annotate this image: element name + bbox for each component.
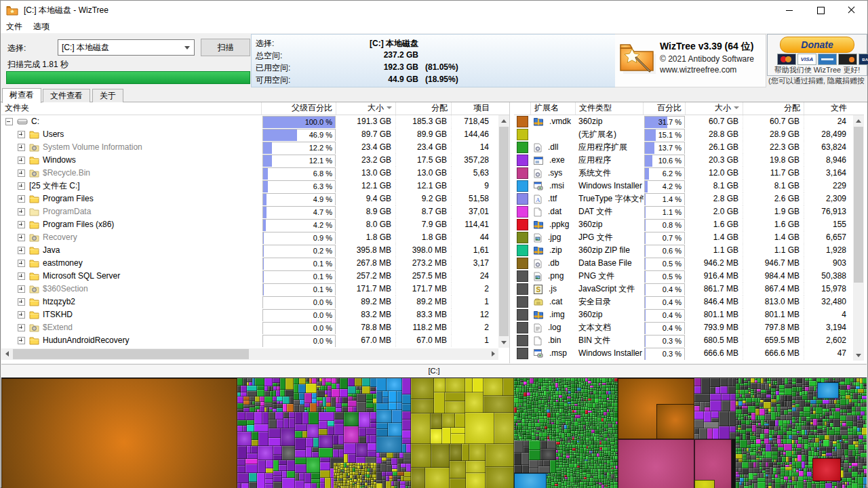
expand-icon[interactable] <box>18 260 25 267</box>
scrollbar-thumb[interactable] <box>499 127 509 336</box>
extension-row[interactable]: .mspWindows Installer0.3 %666.6 MB666.6 … <box>514 347 850 360</box>
extension-row[interactable]: A.ttfTrueType 字体文件1.4 %2.8 GB2.6 GB2,309 <box>514 192 850 205</box>
folder-row[interactable]: htzqzyb20.0 %89.2 MB89.2 MB1 <box>1 296 493 308</box>
col-items[interactable]: 项目 <box>452 102 493 115</box>
extension-vertical-scrollbar[interactable] <box>853 115 864 361</box>
extension-row[interactable]: .vmdk360zip31.7 %60.7 GB60.7 GB24 <box>514 115 850 128</box>
expand-icon[interactable] <box>18 285 25 293</box>
treemap-color-cell <box>514 141 531 154</box>
scroll-up-button[interactable] <box>853 115 864 126</box>
expand-icon[interactable] <box>18 131 25 138</box>
minimize-button[interactable] <box>774 1 805 20</box>
col-size[interactable]: 大小 <box>336 102 396 115</box>
extension-row[interactable]: .msiWindows Installer4.2 %8.1 GB8.1 GB22… <box>514 180 850 192</box>
folder-row[interactable]: System Volume Information12.2 %23.4 GB23… <box>1 141 493 154</box>
menu-bar: 文件 选项 <box>1 20 867 34</box>
expand-icon[interactable] <box>18 337 25 344</box>
menu-options[interactable]: 选项 <box>28 20 55 34</box>
folder-row[interactable]: HudunAndroidRecovery0.0 %67.0 MB67.0 MB1 <box>1 334 493 347</box>
extension-row[interactable]: S.jsJavaScript 文件0.4 %861.7 MB867.4 MB15… <box>514 283 850 296</box>
extension-row[interactable]: .exe应用程序10.6 %20.3 GB19.8 GB8,946 <box>514 154 850 167</box>
expand-icon[interactable] <box>18 221 25 228</box>
extension-row[interactable]: .binBIN 文件0.3 %680.5 MB659.5 MB2,602 <box>514 334 850 347</box>
expand-icon[interactable] <box>18 157 25 164</box>
menu-file[interactable]: 文件 <box>1 20 28 34</box>
folder-row[interactable]: eastmoney0.1 %267.8 MB273.2 MB3,17 <box>1 257 493 270</box>
extension-row[interactable]: .cat安全目录0.4 %846.4 MB813.0 MB32,480 <box>514 296 850 308</box>
color-swatch <box>517 142 528 153</box>
folder-row[interactable]: Microsoft SQL Server0.1 %257.2 MB257.5 M… <box>1 270 493 283</box>
close-button[interactable] <box>836 1 867 20</box>
scrollbar-thumb[interactable] <box>854 127 863 283</box>
extension-label: .log <box>548 321 561 334</box>
extension-row[interactable]: (无扩展名)15.1 %28.8 GB28.9 GB28,499 <box>514 128 850 141</box>
col-percent[interactable]: 百分比 <box>644 102 686 115</box>
folder-vertical-scrollbar[interactable] <box>498 115 509 348</box>
folder-row[interactable]: ProgramData4.7 %8.9 GB8.7 GB37,01 <box>1 205 493 218</box>
tab-file-view[interactable]: 文件查看 <box>43 89 90 102</box>
collapse-icon[interactable] <box>5 118 13 125</box>
expand-icon[interactable] <box>18 144 25 151</box>
col-files[interactable]: 文件 <box>804 102 850 115</box>
folder-horizontal-scrollbar[interactable] <box>1 348 498 360</box>
extension-row[interactable]: .jpgJPG 文件0.7 %1.4 GB1.4 GB6,657 <box>514 231 850 244</box>
col-ext-size[interactable]: 大小 <box>686 102 743 115</box>
folder-row[interactable]: Users46.9 %89.7 GB89.9 GB144,46 <box>1 128 493 141</box>
expand-icon[interactable] <box>18 247 25 254</box>
extension-row[interactable]: .img360zip0.4 %801.1 MB801.1 MB4 <box>514 308 850 321</box>
disk-summary-panel: 选择: [C:] 本地磁盘 总空间: 237.2 GB 已用空间: 192.3 … <box>251 34 616 87</box>
treemap-canvas[interactable] <box>1 378 867 488</box>
extension-row[interactable]: .dbData Base File0.5 %946.2 MB946.7 MB90… <box>514 257 850 270</box>
scroll-left-button[interactable] <box>1 348 12 359</box>
folder-row[interactable]: $360Section0.1 %171.7 MB171.7 MB2 <box>1 283 493 296</box>
folder-row[interactable]: ITSKHD0.0 %83.2 MB83.3 MB12 <box>1 308 493 321</box>
scroll-down-button[interactable] <box>498 337 509 348</box>
folder-row[interactable]: [25 文件在 C:]6.3 %12.1 GB12.1 GB9 <box>1 180 493 192</box>
expand-icon[interactable] <box>18 169 25 177</box>
tab-about[interactable]: 关于 <box>92 89 123 102</box>
extension-row[interactable]: .log文本文档0.4 %793.9 MB797.8 MB3,194 <box>514 321 850 334</box>
extension-row[interactable]: .pngPNG 文件0.5 %916.4 MB984.4 MB50,388 <box>514 270 850 283</box>
extension-row[interactable]: .zip360zip ZIP file0.6 %1.1 GB1.1 GB1,92… <box>514 244 850 257</box>
extension-row[interactable]: .datDAT 文件1.1 %2.0 GB1.9 GB76,913 <box>514 205 850 218</box>
col-filetype[interactable]: 文件类型 <box>576 102 644 115</box>
expand-icon[interactable] <box>18 208 25 216</box>
scroll-right-button[interactable] <box>488 348 498 359</box>
expand-icon[interactable] <box>18 272 25 280</box>
alloc-cell: 8.1 GB <box>743 180 804 192</box>
maximize-button[interactable] <box>805 1 836 20</box>
scrollbar-thumb[interactable] <box>13 349 249 359</box>
folder-row[interactable]: Recovery0.9 %1.8 GB1.8 GB44 <box>1 231 493 244</box>
tab-tree-view[interactable]: 树查看 <box>2 88 41 103</box>
alloc-cell: 7.9 GB <box>396 218 452 231</box>
folder-row[interactable]: Windows12.1 %23.2 GB17.5 GB357,28 <box>1 154 493 167</box>
folder-row[interactable]: $Recycle.Bin6.8 %13.0 GB13.0 GB5,63 <box>1 167 493 180</box>
folder-row[interactable]: C:100.0 %191.3 GB185.3 GB718,45 <box>1 115 493 128</box>
scan-button[interactable]: 扫描 <box>201 39 250 56</box>
expand-icon[interactable] <box>18 311 25 319</box>
col-ext-alloc[interactable]: 分配 <box>743 102 804 115</box>
expand-icon[interactable] <box>18 195 25 203</box>
expand-icon[interactable] <box>18 182 25 190</box>
col-alloc[interactable]: 分配 <box>396 102 452 115</box>
parent-percent-cell: 0.1 % <box>262 283 336 296</box>
donate-button[interactable]: Donate <box>780 37 854 53</box>
scroll-down-button[interactable] <box>853 350 864 361</box>
folder-row[interactable]: Program Files (x86)4.2 %8.0 GB7.9 GB114,… <box>1 218 493 231</box>
app-website-link[interactable]: www.wiztreefree.com <box>660 65 736 75</box>
expand-icon[interactable] <box>18 298 25 306</box>
extension-row[interactable]: .ppkg360zip0.8 %1.6 GB1.6 GB155 <box>514 218 850 231</box>
folder-row[interactable]: $Extend0.0 %78.8 MB118.2 MB2 <box>1 321 493 334</box>
extension-row[interactable]: .dll应用程序扩展13.7 %26.1 GB22.3 GB63,824 <box>514 141 850 154</box>
folder-row[interactable]: Program Files4.9 %9.4 GB9.2 GB51,58 <box>1 192 493 205</box>
col-extension[interactable]: 扩展名 <box>531 102 576 115</box>
expand-icon[interactable] <box>18 324 25 331</box>
folder-row[interactable]: Java0.2 %395.8 MB398.0 MB1,61 <box>1 244 493 257</box>
col-folder[interactable]: 文件夹 <box>1 102 262 115</box>
scroll-up-button[interactable] <box>498 115 509 126</box>
expand-icon[interactable] <box>18 234 25 241</box>
drive-select[interactable]: [C:] 本地磁盘 <box>58 39 195 56</box>
files-cell: 2,602 <box>804 334 850 347</box>
col-parent-percent[interactable]: 父级百分比 <box>262 102 336 115</box>
extension-row[interactable]: .sys系统文件6.2 %12.0 GB11.7 GB3,164 <box>514 167 850 180</box>
